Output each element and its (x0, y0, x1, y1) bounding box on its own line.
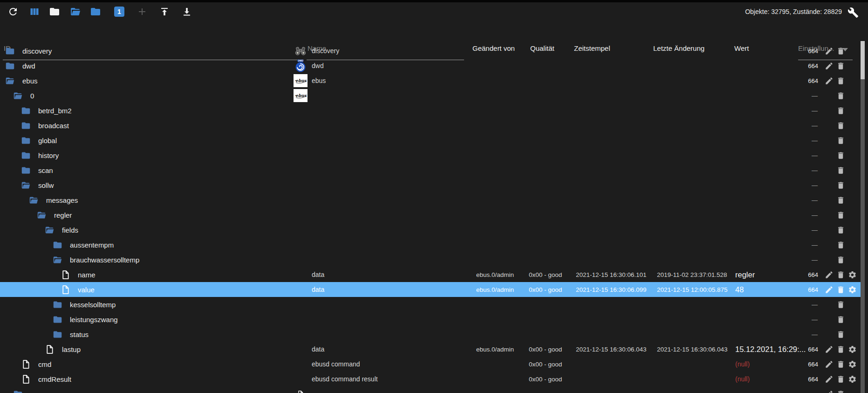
list-view-icon[interactable] (27, 4, 42, 19)
folder-icon[interactable] (21, 150, 31, 160)
edit-pencil-icon[interactable] (824, 359, 834, 369)
file-icon[interactable] (21, 359, 31, 369)
object-id-label[interactable]: discovery (22, 47, 52, 55)
object-id-label[interactable]: cmd (38, 360, 51, 368)
edit-pencil-icon[interactable] (824, 46, 834, 56)
folder-icon[interactable] (21, 135, 31, 145)
folder-icon[interactable] (21, 105, 31, 116)
collapse-all-icon[interactable] (47, 4, 62, 19)
object-row-cmdResult[interactable]: cmdResultebusd command result0x00 - good… (0, 372, 861, 386)
edit-pencil-icon[interactable] (824, 76, 834, 86)
delete-trash-icon[interactable] (835, 359, 846, 369)
object-id-label[interactable]: status (70, 331, 89, 338)
object-id-label[interactable]: cmdResult (38, 375, 71, 383)
delete-trash-icon[interactable] (835, 135, 846, 145)
add-object-icon[interactable] (135, 4, 150, 19)
edit-pencil-icon[interactable] (824, 374, 834, 384)
delete-trash-icon[interactable] (835, 329, 846, 339)
file-icon[interactable] (21, 374, 31, 384)
custom-settings-gear-icon[interactable] (847, 344, 857, 354)
delete-trash-icon[interactable] (835, 255, 846, 265)
folder-open-icon[interactable] (5, 76, 15, 86)
value-cell[interactable]: (null) (735, 357, 750, 372)
object-id-label[interactable]: lastup (62, 345, 81, 353)
folder-icon[interactable] (5, 46, 15, 56)
edit-pencil-icon[interactable] (824, 269, 834, 280)
folder-open-icon[interactable] (52, 255, 62, 265)
default-expand-icon[interactable] (88, 4, 103, 19)
object-id-label[interactable]: sollw (38, 181, 54, 189)
object-row-kesselsolltemp[interactable]: kesselsolltemp— (0, 297, 861, 312)
folder-open-icon[interactable] (21, 180, 31, 190)
object-row-regler[interactable]: regler— (0, 207, 861, 222)
object-id-label[interactable]: broadcast (38, 122, 69, 130)
object-row-dwd[interactable]: dwdDWDdwd664 (0, 58, 861, 73)
upload-icon[interactable] (157, 4, 172, 19)
object-id-label[interactable]: history (38, 152, 59, 159)
delete-trash-icon[interactable] (835, 180, 846, 190)
object-id-label[interactable]: kesselsolltemp (70, 301, 116, 309)
folder-icon[interactable] (5, 61, 15, 71)
folder-icon[interactable] (52, 240, 62, 250)
delete-trash-icon[interactable] (835, 374, 846, 384)
object-row-aussentempm[interactable]: aussentempm— (0, 237, 861, 252)
delete-trash-icon[interactable] (835, 225, 846, 235)
folder-open-icon[interactable] (13, 90, 23, 101)
edit-pencil-icon[interactable] (824, 61, 834, 71)
object-row-history[interactable]: history— (0, 148, 861, 163)
folder-icon[interactable] (13, 389, 23, 393)
object-row-value[interactable]: valuedataebus.0/admin0x00 - good2021-12-… (0, 282, 861, 297)
delete-trash-icon[interactable] (835, 120, 846, 131)
delete-trash-icon[interactable] (835, 210, 846, 220)
delete-trash-icon[interactable] (835, 105, 846, 116)
scrollbar-thumb[interactable] (861, 41, 865, 79)
custom-settings-gear-icon[interactable] (847, 374, 857, 384)
delete-trash-icon[interactable] (835, 314, 846, 324)
delete-trash-icon[interactable] (835, 240, 846, 250)
object-id-label[interactable]: leistungszwang (70, 316, 118, 324)
object-row-sollw[interactable]: sollw— (0, 178, 861, 193)
object-id-label[interactable]: global (38, 137, 57, 145)
object-row-fields[interactable]: fields— (0, 222, 861, 237)
download-icon[interactable] (179, 4, 194, 19)
delete-trash-icon[interactable] (835, 269, 846, 280)
object-id-label[interactable]: scan (38, 166, 53, 174)
delete-trash-icon[interactable] (835, 284, 846, 295)
folder-icon[interactable] (21, 165, 31, 175)
object-id-label[interactable]: regler (54, 211, 72, 219)
object-row-discovery[interactable]: discoverydiscovery664 (0, 43, 861, 58)
edit-pencil-icon[interactable] (824, 344, 834, 354)
delete-trash-icon[interactable] (835, 150, 846, 160)
folder-open-icon[interactable] (28, 195, 39, 205)
object-row-cmd[interactable]: cmdebusd command0x00 - good(null)664 (0, 357, 861, 372)
object-row-leistungszwang[interactable]: leistungszwang— (0, 312, 861, 327)
delete-trash-icon[interactable] (835, 76, 846, 86)
depth-1-badge[interactable]: 1 (112, 4, 127, 19)
object-row-global[interactable]: global— (0, 133, 861, 148)
wrench-icon[interactable] (847, 6, 860, 19)
object-id-label[interactable]: ebus (22, 77, 38, 85)
folder-icon[interactable] (52, 329, 62, 339)
value-cell[interactable]: 48 (735, 282, 744, 297)
object-row-brauchwassersolltemp[interactable]: brauchwassersolltemp— (0, 252, 861, 267)
object-id-label[interactable]: dwd (22, 62, 35, 70)
folder-icon[interactable] (52, 314, 62, 324)
object-row-lastup[interactable]: lastupdataebus.0/admin0x00 - good2021-12… (0, 342, 861, 357)
delete-trash-icon[interactable] (835, 195, 846, 205)
value-cell[interactable]: regler (735, 267, 755, 282)
object-row-messages[interactable]: messages— (0, 193, 861, 207)
object-id-label[interactable]: fields (62, 226, 78, 234)
value-cell[interactable]: 15.12.2021, 16:29:... (735, 342, 806, 357)
delete-trash-icon[interactable] (835, 46, 846, 56)
delete-trash-icon[interactable] (835, 90, 846, 101)
object-id-label[interactable]: brauchwassersolltemp (70, 256, 139, 264)
edit-pencil-icon[interactable] (824, 284, 834, 295)
folder-open-icon[interactable] (36, 210, 47, 220)
object-id-label[interactable]: aussentempm (70, 241, 114, 249)
object-id-label[interactable]: messages (46, 196, 78, 204)
object-row-scan[interactable]: scan— (0, 163, 861, 178)
custom-settings-gear-icon[interactable] (847, 284, 857, 295)
object-row-status[interactable]: status— (0, 327, 861, 342)
object-row-name[interactable]: namedataebus.0/admin0x00 - good2021-12-1… (0, 267, 861, 282)
object-id-label[interactable]: name (78, 271, 96, 279)
